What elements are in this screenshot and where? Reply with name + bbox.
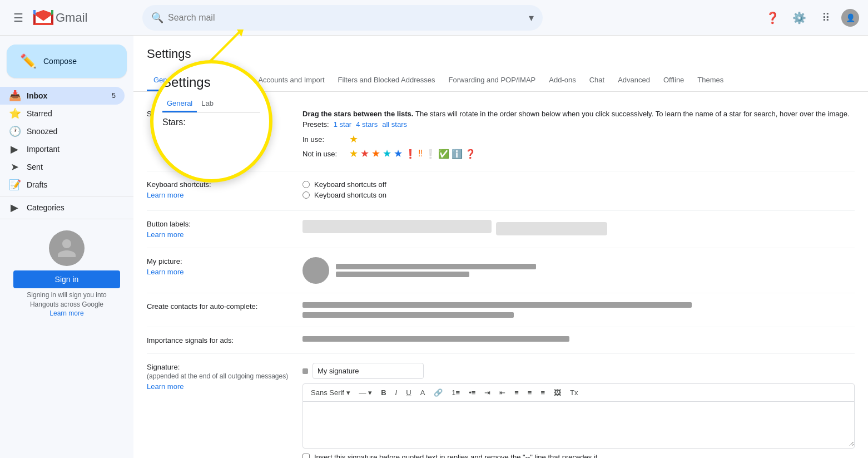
sig-numbered-list-btn[interactable]: 1≡ — [448, 386, 463, 399]
sidebar-item-label: Snoozed — [27, 127, 116, 136]
sig-size-btn[interactable]: — ▾ — [356, 386, 376, 399]
sidebar-item-inbox[interactable]: 📥 Inbox 5 — [0, 87, 125, 105]
not-in-use-row: Not in use: ★ ★ ★ ★ ★ ❗ ‼️ ❕ ✅ ℹ️ ❓ — [302, 147, 855, 160]
button-labels-learn-more[interactable]: Learn more — [147, 230, 289, 239]
keyboard-value-col: Keyboard shortcuts off Keyboard shortcut… — [302, 180, 855, 201]
settings-icon[interactable]: ⚙️ — [788, 7, 810, 29]
signature-learn-more[interactable]: Learn more — [147, 382, 289, 391]
sig-underline-btn[interactable]: U — [403, 386, 414, 399]
search-dropdown-icon[interactable]: ▾ — [529, 12, 534, 24]
button-labels-row: Button labels: Learn more — [147, 211, 855, 248]
hangouts-learn-more-link[interactable]: Learn more — [49, 309, 83, 317]
in-use-row: In use: ★ — [302, 133, 855, 145]
star-info-blue[interactable]: ℹ️ — [452, 149, 463, 159]
tab-filters[interactable]: Filters and Blocked Addresses — [331, 70, 442, 91]
sig-insert-input[interactable] — [302, 454, 310, 458]
sig-font-btn[interactable]: Sans Serif ▾ — [307, 386, 354, 399]
star-question-purple[interactable]: ❓ — [465, 149, 476, 159]
signature-row: Signature: (appended at the end of all o… — [147, 354, 855, 458]
preset-allstars-link[interactable]: all stars — [382, 120, 407, 129]
signature-toolbar: Sans Serif ▾ — ▾ B I U A 🔗 1≡ •≡ ⇥ ⇤ ≡ — [303, 384, 854, 402]
star-orange-1[interactable]: ★ — [371, 147, 380, 160]
in-use-label: In use: — [302, 135, 347, 144]
sig-image-btn[interactable]: 🖼 — [550, 386, 564, 399]
signature-name-select[interactable]: My signature — [313, 363, 424, 379]
star-double-exclaim[interactable]: ‼️ — [418, 149, 423, 159]
compose-plus-icon: ✏️ — [20, 53, 37, 69]
main-content: Settings General Labels Inbox Accounts a… — [133, 36, 868, 458]
tab-advanced[interactable]: Advanced — [611, 70, 657, 91]
presets-label: Presets: — [302, 120, 329, 129]
hamburger-icon[interactable]: ☰ — [9, 7, 28, 29]
sig-insert-checkbox[interactable]: Insert this signature before quoted text… — [302, 453, 855, 458]
sig-indent-btn[interactable]: ⇥ — [481, 386, 494, 399]
search-input[interactable] — [168, 13, 524, 23]
sig-bullet-list-btn[interactable]: •≡ — [465, 386, 479, 399]
tab-forwarding[interactable]: Forwarding and POP/IMAP — [442, 70, 542, 91]
sidebar: ✏️ Compose 📥 Inbox 5 ⭐ Starred 🕐 Snoozed… — [0, 36, 133, 458]
star-cyan-1[interactable]: ★ — [383, 147, 391, 160]
star-exclaim-red[interactable]: ❗ — [405, 149, 416, 159]
sidebar-item-sent[interactable]: ➤ Sent — [0, 158, 125, 176]
tab-addons[interactable]: Add-ons — [542, 70, 582, 91]
sidebar-item-categories[interactable]: ▶ Categories — [0, 199, 125, 216]
tab-accounts[interactable]: Accounts and Import — [251, 70, 331, 91]
sidebar-item-starred[interactable]: ⭐ Starred — [0, 105, 125, 122]
tab-general[interactable]: General — [147, 70, 186, 91]
keyboard-off-radio[interactable] — [302, 181, 310, 188]
signature-editor: Sans Serif ▾ — ▾ B I U A 🔗 1≡ •≡ ⇥ ⇤ ≡ — [302, 383, 855, 449]
sidebar-item-label: Inbox — [27, 91, 105, 100]
stars-instruction: Drag the stars between the lists. The st… — [302, 110, 855, 118]
keyboard-learn-more-link[interactable]: Learn more — [147, 191, 289, 199]
sidebar-item-drafts[interactable]: 📝 Drafts — [0, 176, 125, 194]
my-picture-learn-more[interactable]: Learn more — [147, 268, 289, 276]
star-red-1[interactable]: ★ — [360, 147, 369, 160]
hangouts-avatar — [49, 230, 85, 266]
importance-signals-value — [302, 336, 855, 342]
gmail-m-icon — [33, 10, 53, 25]
sig-align-left-btn[interactable]: ≡ — [511, 386, 522, 399]
apps-icon[interactable]: ⠿ — [815, 7, 837, 29]
avatar[interactable]: 👤 — [841, 9, 859, 27]
sig-bold-btn[interactable]: B — [378, 386, 389, 399]
contacts-line2 — [302, 312, 514, 318]
hangouts-panel: Sign in Signing in will sign you into Ha… — [7, 224, 127, 324]
tab-labels[interactable]: Labels — [186, 70, 220, 91]
sig-remove-format-btn[interactable]: Tx — [567, 386, 581, 399]
star-gold-1[interactable]: ★ — [349, 147, 358, 160]
sig-link-btn[interactable]: 🔗 — [430, 386, 446, 399]
tab-offline[interactable]: Offline — [657, 70, 691, 91]
sidebar-item-important[interactable]: ▶ Important — [0, 140, 125, 158]
sig-color-btn[interactable]: A — [417, 386, 429, 399]
keyboard-on-radio[interactable] — [302, 191, 310, 199]
star-gold-inuse[interactable]: ★ — [349, 133, 358, 145]
star-blue-1[interactable]: ★ — [394, 147, 403, 160]
stars-row: Stars: Drag the stars between the lists.… — [147, 101, 855, 171]
keyboard-on-option[interactable]: Keyboard shortcuts on — [302, 191, 855, 199]
help-icon[interactable]: ❓ — [761, 7, 783, 29]
star-exclaim-orange[interactable]: ❕ — [425, 149, 436, 159]
tab-chat[interactable]: Chat — [583, 70, 611, 91]
picture-line1 — [336, 264, 536, 269]
drafts-icon: 📝 — [9, 179, 20, 191]
sig-outdent-btn[interactable]: ⇤ — [496, 386, 509, 399]
sig-align-center-btn[interactable]: ≡ — [524, 386, 535, 399]
tab-inbox[interactable]: Inbox — [221, 70, 252, 91]
inbox-icon: 📥 — [9, 90, 20, 102]
compose-button[interactable]: ✏️ Compose — [7, 45, 127, 78]
settings-tabs: General Labels Inbox Accounts and Import… — [147, 70, 855, 91]
star-check-green[interactable]: ✅ — [438, 149, 449, 159]
keyboard-off-option[interactable]: Keyboard shortcuts off — [302, 180, 855, 189]
preset-4stars-link[interactable]: 4 stars — [356, 120, 378, 129]
signature-name-row: My signature — [302, 363, 855, 379]
sig-italic-btn[interactable]: I — [392, 386, 401, 399]
button-labels-value — [302, 220, 855, 235]
signature-textarea[interactable] — [303, 402, 854, 446]
topbar-right: ❓ ⚙️ ⠿ 👤 — [761, 7, 859, 29]
sign-in-button[interactable]: Sign in — [13, 270, 120, 288]
sig-align-right-btn[interactable]: ≡ — [537, 386, 548, 399]
sidebar-item-snoozed[interactable]: 🕐 Snoozed — [0, 122, 125, 140]
preset-1star-link[interactable]: 1 star — [334, 120, 352, 129]
gmail-logo: Gmail — [33, 10, 87, 25]
tab-themes[interactable]: Themes — [691, 70, 730, 91]
